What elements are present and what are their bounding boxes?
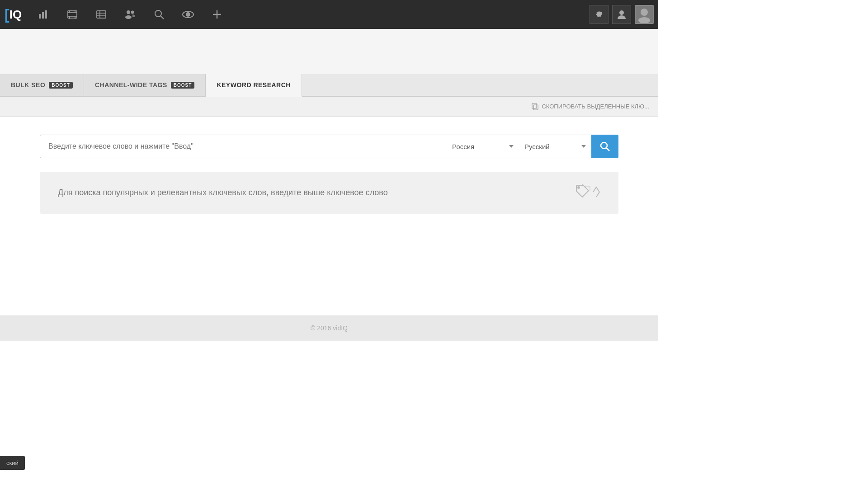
app-logo[interactable]: [ IQ	[5, 7, 22, 22]
footer-text: © 2016 vidIQ	[311, 324, 348, 332]
tab-channel-wide-tags-label: CHANNEL-WIDE TAGS	[95, 81, 167, 89]
tabs-bar: BULK SEO BOOST CHANNEL-WIDE TAGS BOOST K…	[0, 74, 658, 97]
svg-line-30	[607, 148, 610, 151]
nav-right	[590, 5, 654, 24]
svg-rect-2	[45, 10, 47, 19]
svg-point-14	[127, 10, 130, 14]
settings-icon[interactable]	[590, 5, 609, 24]
people-icon[interactable]	[122, 6, 138, 23]
avatar[interactable]	[635, 5, 654, 24]
copy-bar: СКОПИРОВАТЬ ВЫДЕЛЕННЫЕ КЛЮ...	[0, 97, 658, 117]
nav-icons	[35, 6, 590, 23]
svg-rect-1	[42, 12, 44, 19]
svg-rect-10	[97, 11, 106, 18]
keyword-input[interactable]	[40, 135, 447, 158]
svg-rect-0	[39, 14, 41, 19]
bar-chart-icon[interactable]	[35, 6, 52, 23]
search-button-icon	[600, 141, 610, 151]
svg-point-31	[578, 187, 580, 188]
film-icon[interactable]	[64, 6, 80, 23]
svg-point-23	[619, 10, 624, 15]
eye-nav-icon[interactable]	[180, 6, 196, 23]
svg-point-25	[641, 9, 648, 16]
country-select[interactable]: Россия США Германия Франция	[447, 135, 519, 158]
language-select[interactable]: Русский English Deutsch Français	[519, 135, 591, 158]
svg-rect-3	[68, 11, 77, 18]
nav-spacer	[0, 29, 658, 74]
tab-keyword-research-label: KEYWORD RESEARCH	[217, 81, 291, 89]
navbar: [ IQ	[0, 0, 658, 29]
svg-point-17	[155, 10, 161, 17]
logo-bracket: [	[5, 7, 9, 22]
search-nav-icon[interactable]	[151, 6, 167, 23]
svg-point-29	[601, 142, 607, 149]
copy-icon	[532, 103, 539, 110]
svg-point-16	[125, 15, 132, 19]
svg-rect-28	[532, 103, 537, 108]
svg-point-15	[131, 11, 134, 14]
svg-line-18	[161, 16, 164, 19]
search-row: Россия США Германия Франция Русский Engl…	[40, 135, 618, 158]
search-button[interactable]	[591, 135, 618, 158]
main-content: Россия США Германия Франция Русский Engl…	[0, 117, 658, 297]
tags-icon	[576, 184, 600, 201]
svg-rect-27	[533, 105, 538, 110]
tab-channel-wide-tags-boost: BOOST	[171, 82, 195, 89]
svg-point-20	[186, 13, 190, 16]
tab-channel-wide-tags[interactable]: CHANNEL-WIDE TAGS BOOST	[84, 74, 206, 96]
tab-bulk-seo-label: BULK SEO	[11, 81, 45, 89]
info-box: Для поиска популярных и релевантных ключ…	[40, 172, 618, 214]
user-icon[interactable]	[612, 5, 631, 24]
copy-selected-button[interactable]: СКОПИРОВАТЬ ВЫДЕЛЕННЫЕ КЛЮ...	[532, 103, 649, 110]
copy-button-label: СКОПИРОВАТЬ ВЫДЕЛЕННЫЕ КЛЮ...	[542, 103, 649, 110]
tab-bulk-seo-boost: BOOST	[49, 82, 73, 89]
tab-bulk-seo[interactable]: BULK SEO BOOST	[0, 74, 84, 96]
info-box-text: Для поиска популярных и релевантных ключ…	[58, 188, 388, 197]
logo-iq: IQ	[9, 8, 22, 22]
plus-nav-icon[interactable]	[209, 6, 225, 23]
table-icon[interactable]	[93, 6, 109, 23]
tab-keyword-research[interactable]: KEYWORD RESEARCH	[206, 74, 302, 97]
footer: © 2016 vidIQ	[0, 315, 658, 341]
